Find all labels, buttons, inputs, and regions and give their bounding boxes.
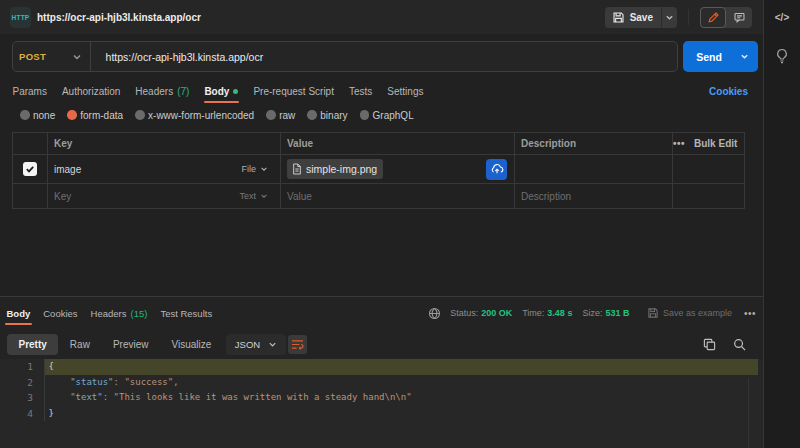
- fold-gutter: [33, 375, 45, 391]
- code-text: "text": "This looks like it was written …: [45, 390, 758, 406]
- response-header: BodyCookiesHeaders(15)Test Results Statu…: [0, 297, 763, 329]
- send-options-button[interactable]: [735, 41, 758, 72]
- format-select[interactable]: JSON: [226, 334, 286, 355]
- response-tab-cookies[interactable]: Cookies: [37, 297, 84, 329]
- tab-count: (7): [177, 86, 189, 97]
- url-input[interactable]: https://ocr-api-hjb3l.kinsta.app/ocr: [106, 51, 264, 63]
- code-token-punct: :: [103, 392, 114, 402]
- response-body-editor[interactable]: 1{2 "status": "success",3 "text": "This …: [0, 359, 763, 448]
- cookies-link[interactable]: Cookies: [709, 86, 748, 97]
- radio-label: x-www-form-urlencoded: [148, 110, 254, 121]
- chevron-down-icon: [740, 52, 749, 61]
- network-icon[interactable]: [428, 307, 441, 320]
- request-tab-body[interactable]: Body: [197, 80, 246, 103]
- file-name: simple-img.png: [306, 163, 377, 175]
- url-box: POST https://ocr-api-hjb3l.kinsta.app/oc…: [12, 41, 678, 72]
- right-sidebar: </>: [763, 0, 800, 448]
- radio-icon: [67, 110, 77, 120]
- code-text: "status": "success",: [45, 375, 758, 391]
- request-tab-authorization[interactable]: Authorization: [54, 80, 127, 103]
- copy-icon[interactable]: [703, 338, 716, 351]
- size-label: Size:: [582, 308, 602, 318]
- comment-button[interactable]: [726, 7, 752, 28]
- radio-label: form-data: [80, 110, 123, 121]
- table-options-icon[interactable]: •••: [673, 139, 685, 149]
- view-tabs: PrettyRawPreviewVisualize: [7, 334, 223, 355]
- request-tab-title[interactable]: https://ocr-api-hjb3l.kinsta.app/ocr: [37, 12, 201, 23]
- view-tab-visualize[interactable]: Visualize: [160, 334, 223, 355]
- send-button[interactable]: Send: [683, 41, 735, 72]
- response-tab-headers[interactable]: Headers(15): [84, 297, 154, 329]
- value-cell[interactable]: Value: [281, 184, 515, 208]
- view-tab-raw[interactable]: Raw: [58, 334, 101, 355]
- save-button[interactable]: Save: [605, 7, 661, 28]
- radio-icon: [135, 110, 145, 120]
- search-icon[interactable]: [733, 338, 746, 351]
- row-checkbox-cell: [13, 155, 48, 183]
- upload-file-button[interactable]: [486, 159, 507, 180]
- value-cell[interactable]: simple-img.png: [281, 155, 515, 183]
- body-type-x-www-form-urlencoded[interactable]: x-www-form-urlencoded: [135, 110, 254, 121]
- request-tab-settings[interactable]: Settings: [380, 80, 431, 103]
- tab-label: Test Results: [160, 308, 212, 319]
- body-type-binary[interactable]: binary: [307, 110, 347, 121]
- save-icon: [647, 307, 659, 319]
- edit-button[interactable]: [700, 7, 726, 28]
- tab-label: Body: [204, 86, 229, 97]
- response-panel: BodyCookiesHeaders(15)Test Results Statu…: [0, 296, 763, 448]
- tab-label: Params: [13, 86, 47, 97]
- body-type-none[interactable]: none: [20, 110, 55, 121]
- save-options-button[interactable]: [661, 7, 677, 28]
- request-tab-pre-request-script[interactable]: Pre-request Script: [246, 80, 342, 103]
- wrap-text-button[interactable]: [288, 335, 307, 354]
- method-selector[interactable]: POST: [19, 51, 46, 62]
- request-tab-bar: HTTP https://ocr-api-hjb3l.kinsta.app/oc…: [0, 0, 763, 34]
- key-cell[interactable]: image File: [48, 155, 281, 183]
- chevron-down-icon: [268, 340, 277, 349]
- comment-icon: [733, 11, 746, 24]
- code-token-str: "success": [124, 377, 173, 387]
- request-tab-params[interactable]: Params: [5, 80, 54, 103]
- lightbulb-icon[interactable]: [773, 47, 791, 65]
- edit-comment-group: [700, 7, 752, 28]
- response-tabs: BodyCookiesHeaders(15)Test Results: [0, 297, 219, 329]
- response-tab-test-results[interactable]: Test Results: [154, 297, 219, 329]
- radio-label: raw: [279, 110, 295, 121]
- table-header-row: Key Value Description ••• Bulk Edit: [13, 133, 744, 155]
- size-pair: Size:531 B: [582, 308, 629, 318]
- code-snippet-icon[interactable]: </>: [773, 8, 791, 26]
- description-cell[interactable]: [515, 155, 673, 183]
- code-line-4: 4}: [0, 406, 763, 422]
- bulk-edit-button[interactable]: Bulk Edit: [694, 138, 737, 149]
- key-value: image: [54, 164, 81, 175]
- radio-icon: [20, 110, 30, 120]
- save-button-label: Save: [630, 12, 653, 23]
- save-as-example-button[interactable]: Save as example: [647, 307, 732, 319]
- response-options-icon[interactable]: •••: [744, 308, 756, 319]
- response-tab-body[interactable]: Body: [0, 297, 37, 329]
- time-label: Time:: [522, 308, 544, 318]
- request-tab-headers[interactable]: Headers(7): [128, 80, 197, 103]
- view-tab-pretty[interactable]: Pretty: [7, 334, 58, 355]
- row-type-select[interactable]: File: [241, 164, 268, 174]
- body-type-graphql[interactable]: GraphQL: [360, 110, 414, 121]
- body-type-form-data[interactable]: form-data: [67, 110, 123, 121]
- code-text: }: [45, 406, 758, 422]
- body-type-row: noneform-datax-www-form-urlencodedrawbin…: [20, 104, 414, 126]
- size-value: 531 B: [605, 308, 629, 318]
- http-request-icon: HTTP: [10, 7, 31, 28]
- description-cell[interactable]: Description: [515, 184, 673, 208]
- status-pair: Status:200 OK: [450, 308, 512, 318]
- view-tab-preview[interactable]: Preview: [101, 334, 160, 355]
- method-chevron-icon[interactable]: [72, 52, 82, 62]
- request-tab-tests[interactable]: Tests: [341, 80, 379, 103]
- row-checkbox[interactable]: [23, 162, 37, 176]
- row-type-select[interactable]: Text: [239, 191, 268, 201]
- request-tabs: ParamsAuthorizationHeaders(7)BodyPre-req…: [0, 80, 763, 103]
- key-cell[interactable]: Key Text: [48, 184, 281, 208]
- file-chip[interactable]: simple-img.png: [287, 159, 383, 179]
- header-checkbox-cell: [13, 133, 48, 154]
- radio-label: none: [33, 110, 55, 121]
- value-column-header: Value: [281, 133, 515, 154]
- body-type-raw[interactable]: raw: [266, 110, 295, 121]
